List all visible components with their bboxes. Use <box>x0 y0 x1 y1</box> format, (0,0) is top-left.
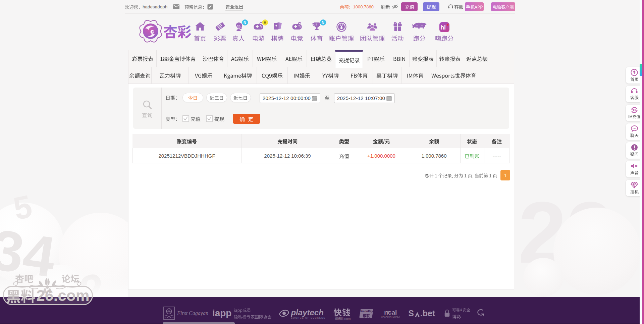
svg-text:hi: hi <box>440 24 446 31</box>
